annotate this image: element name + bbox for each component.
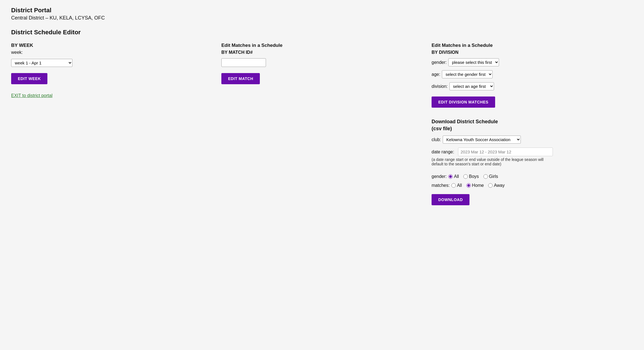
- gender-all-option[interactable]: All: [448, 174, 459, 179]
- club-select[interactable]: Kelowna Youth Soccer Association: [443, 136, 521, 144]
- matches-away-option[interactable]: Away: [488, 183, 505, 188]
- download-subtitle: (csv file): [432, 126, 633, 132]
- gender-boys-option[interactable]: Boys: [463, 174, 479, 179]
- matches-label: matches:: [432, 183, 450, 188]
- gender-all-radio[interactable]: [448, 174, 453, 179]
- gender-boys-radio[interactable]: [463, 174, 468, 179]
- by-week-column: BY WEEK week: week 1 - Apr 1 EDIT WEEK E…: [11, 43, 221, 98]
- matches-home-option[interactable]: Home: [466, 183, 484, 188]
- by-division-subtitle: BY DIVISION: [432, 50, 633, 55]
- edit-match-button[interactable]: EDIT MATCH: [221, 73, 260, 84]
- date-range-note: (a date range start or end value outside…: [432, 157, 549, 166]
- gender-girls-option[interactable]: Girls: [483, 174, 498, 179]
- app-title: District Portal: [11, 7, 633, 14]
- by-match-column: Edit Matches in a Schedule BY MATCH ID# …: [221, 43, 432, 84]
- match-id-input[interactable]: [221, 58, 266, 67]
- week-label: week:: [11, 50, 23, 55]
- download-gender-label: gender:: [432, 174, 447, 179]
- matches-home-radio[interactable]: [466, 183, 471, 188]
- division-select[interactable]: select an age first: [449, 82, 494, 90]
- by-division-title: Edit Matches in a Schedule: [432, 43, 633, 48]
- by-division-column: Edit Matches in a Schedule BY DIVISION g…: [432, 43, 633, 205]
- download-title: Download District Schedule: [432, 119, 633, 125]
- date-range-label: date range:: [432, 149, 454, 155]
- edit-division-matches-button[interactable]: EDIT DIVISION MATCHES: [432, 96, 495, 108]
- download-button[interactable]: DOWNLOAD: [432, 194, 469, 205]
- gender-girls-radio[interactable]: [483, 174, 488, 179]
- matches-radio-group: All Home Away: [451, 183, 505, 188]
- gender-select[interactable]: please select this first: [448, 58, 499, 66]
- date-range-input[interactable]: [458, 148, 553, 156]
- matches-away-radio[interactable]: [488, 183, 493, 188]
- by-match-title: Edit Matches in a Schedule: [221, 43, 423, 48]
- age-label: age:: [432, 72, 440, 77]
- age-select[interactable]: select the gender first: [442, 70, 493, 78]
- by-match-subtitle: BY MATCH ID#: [221, 50, 423, 55]
- week-select[interactable]: week 1 - Apr 1: [11, 59, 72, 67]
- by-week-title: BY WEEK: [11, 43, 212, 48]
- download-section: Download District Schedule (csv file) cl…: [432, 119, 633, 205]
- exit-link[interactable]: EXIT to district portal: [11, 93, 52, 98]
- app-subtitle: Central District – KU, KELA, LCYSA, OFC: [11, 15, 633, 21]
- download-gender-radio-group: All Boys Girls: [448, 174, 498, 179]
- matches-all-radio[interactable]: [451, 183, 456, 188]
- page-title: District Schedule Editor: [11, 29, 633, 36]
- gender-label: gender:: [432, 60, 447, 65]
- matches-all-option[interactable]: All: [451, 183, 462, 188]
- edit-week-button[interactable]: EDIT WEEK: [11, 73, 47, 84]
- division-label: division:: [432, 84, 448, 89]
- club-label: club:: [432, 137, 441, 142]
